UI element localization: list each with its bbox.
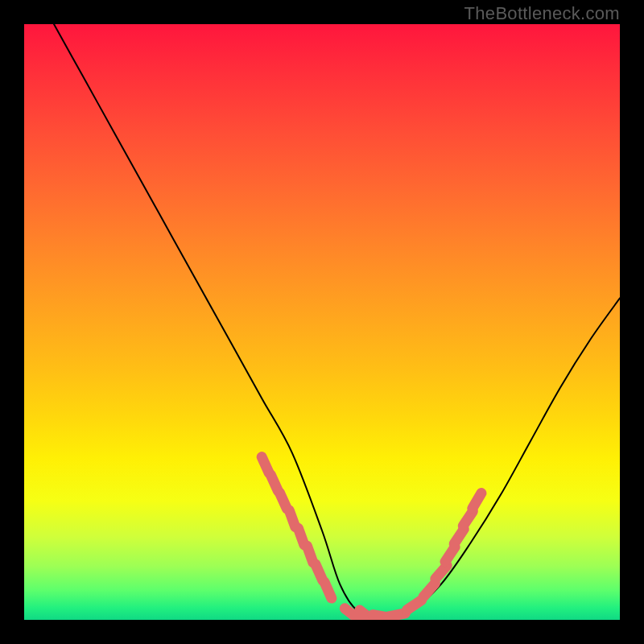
data-marker [407, 600, 422, 609]
curve-layer [54, 24, 620, 617]
data-marker [298, 528, 304, 545]
data-marker [423, 584, 435, 597]
data-marker [324, 582, 332, 598]
data-marker [289, 510, 295, 527]
watermark-text: TheBottleneck.com [464, 3, 620, 24]
data-marker [388, 613, 406, 617]
data-marker [454, 529, 464, 543]
data-marker [473, 493, 481, 509]
bottleneck-curve [54, 24, 620, 617]
chart-stage: TheBottleneck.com [0, 0, 644, 644]
data-marker [445, 547, 455, 561]
plot-area [24, 24, 620, 620]
data-marker [436, 566, 447, 580]
plot-svg [24, 24, 620, 620]
marker-layer [262, 457, 481, 620]
